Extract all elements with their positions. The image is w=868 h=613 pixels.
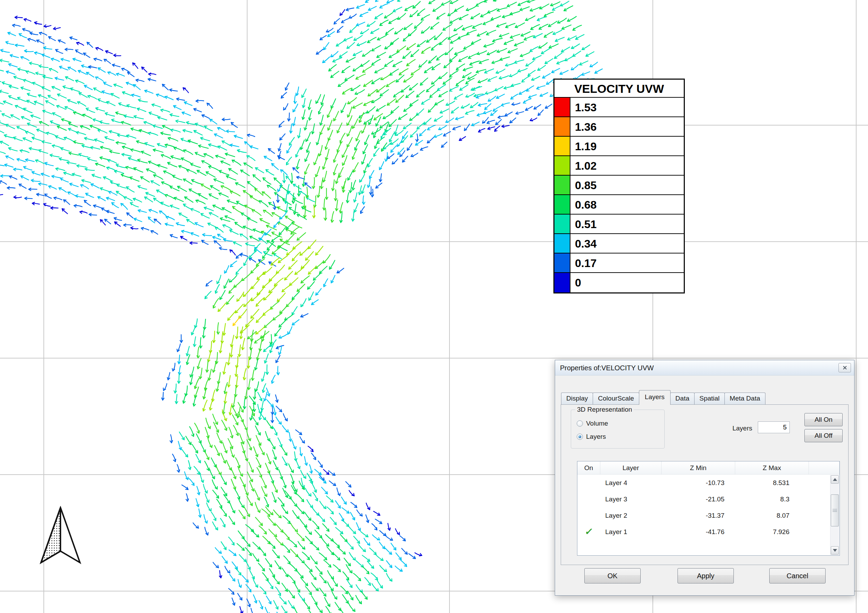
close-icon	[843, 366, 847, 369]
legend-row: 0.51	[555, 214, 684, 234]
layers-count-input[interactable]	[758, 421, 790, 433]
layer-cell: Layer 3	[600, 491, 662, 507]
legend-swatch	[555, 137, 570, 155]
zmin-cell: -10.73	[662, 475, 735, 491]
check-icon: ✓	[584, 524, 594, 540]
tab-meta-data[interactable]: Meta Data	[724, 393, 766, 404]
legend-value: 1.53	[570, 98, 684, 116]
on-cell[interactable]: ✓	[577, 524, 600, 540]
table-row[interactable]: Layer 2 -31.37 8.07	[577, 507, 840, 524]
properties-dialog: Properties of:VELOCITY UVW Display Colou…	[555, 360, 854, 596]
thumb-grip-icon	[832, 509, 837, 512]
header-filler	[809, 461, 840, 474]
north-arrow-icon	[39, 506, 82, 566]
legend-row: 1.53	[555, 98, 684, 117]
legend-value: 1.36	[570, 117, 684, 136]
legend-value: 0.34	[570, 234, 684, 253]
zmax-cell: 8.531	[735, 475, 809, 491]
on-cell[interactable]	[577, 475, 600, 491]
all-off-button[interactable]: All Off	[804, 429, 843, 442]
layers-table: On Layer Z Min Z Max Layer 4 -10.73 8.53…	[577, 461, 840, 556]
legend-value: 0	[570, 273, 684, 292]
layers-radio[interactable]: Layers	[577, 433, 606, 441]
layers-radio-label: Layers	[586, 433, 606, 441]
legend-row: 0.34	[555, 234, 684, 253]
cancel-button[interactable]: Cancel	[769, 568, 826, 584]
volume-radio[interactable]: Volume	[577, 420, 608, 427]
header-zmin[interactable]: Z Min	[662, 461, 735, 474]
zmin-cell: -41.76	[662, 524, 735, 540]
radio-unselected-icon	[577, 421, 583, 427]
legend-title: VELOCITY UVW	[555, 80, 684, 98]
legend-swatch	[555, 117, 570, 136]
legend-swatch	[555, 273, 570, 292]
legend-value: 0.51	[570, 214, 684, 233]
legend-row: 1.02	[555, 156, 684, 175]
layer-cell: Layer 1	[600, 524, 662, 540]
zmax-cell: 8.3	[735, 491, 809, 507]
legend-swatch	[555, 156, 570, 175]
header-on[interactable]: On	[577, 461, 600, 474]
tab-display[interactable]: Display	[561, 393, 593, 404]
legend-value: 0.68	[570, 195, 684, 214]
legend-row: 1.19	[555, 137, 684, 156]
legend-row: 0.17	[555, 253, 684, 273]
legend-row: 1.36	[555, 117, 684, 137]
legend-value: 1.19	[570, 137, 684, 155]
dialog-titlebar[interactable]: Properties of:VELOCITY UVW	[555, 360, 854, 376]
tab-data[interactable]: Data	[670, 393, 694, 404]
triangle-down-icon	[833, 549, 837, 552]
3d-representation-group: 3D Representation Volume Layers	[571, 410, 665, 448]
tab-spatial[interactable]: Spatial	[694, 393, 725, 404]
legend-row: 0.85	[555, 175, 684, 195]
volume-radio-label: Volume	[586, 420, 608, 427]
legend-swatch	[555, 234, 570, 253]
on-cell[interactable]	[577, 491, 600, 507]
legend-value: 1.02	[570, 156, 684, 175]
legend-swatch	[555, 214, 570, 233]
table-header: On Layer Z Min Z Max	[577, 461, 840, 475]
scrollbar-thumb[interactable]	[831, 494, 839, 526]
tab-colourscale[interactable]: ColourScale	[593, 393, 639, 404]
header-zmax[interactable]: Z Max	[735, 461, 809, 474]
legend-swatch	[555, 175, 570, 194]
all-on-button[interactable]: All On	[804, 413, 843, 426]
tab-layers[interactable]: Layers	[639, 390, 671, 405]
scroll-up-button[interactable]	[831, 475, 839, 484]
legend-value: 0.85	[570, 175, 684, 194]
table-row[interactable]: Layer 3 -21.05 8.3	[577, 491, 840, 507]
layer-cell: Layer 4	[600, 475, 662, 491]
legend-row: 0.68	[555, 195, 684, 214]
legend-value: 0.17	[570, 253, 684, 272]
radio-selected-icon	[577, 434, 583, 440]
ok-button[interactable]: OK	[584, 568, 641, 584]
layer-cell: Layer 2	[600, 507, 662, 524]
zmin-cell: -21.05	[662, 491, 735, 507]
legend-swatch	[555, 98, 570, 116]
legend-swatch	[555, 195, 570, 214]
scroll-down-button[interactable]	[831, 546, 839, 555]
zmax-cell: 7.926	[735, 524, 809, 540]
layers-count-label: Layers	[716, 425, 752, 432]
legend-swatch	[555, 253, 570, 272]
layers-tab-panel: 3D Representation Volume Layers Layers A…	[561, 404, 849, 565]
zmin-cell: -31.37	[662, 507, 735, 524]
map-viewport[interactable]: VELOCITY UVW 1.53 1.36 1.19 1.02 0.85 0.…	[0, 0, 868, 613]
legend-panel[interactable]: VELOCITY UVW 1.53 1.36 1.19 1.02 0.85 0.…	[553, 79, 685, 293]
header-layer[interactable]: Layer	[600, 461, 662, 474]
dialog-title: Properties of:VELOCITY UVW	[555, 360, 654, 376]
zmax-cell: 8.07	[735, 507, 809, 524]
close-button[interactable]	[839, 363, 851, 372]
on-cell[interactable]	[577, 507, 600, 524]
triangle-up-icon	[833, 478, 837, 481]
tab-strip: Display ColourScale Layers Data Spatial …	[561, 390, 765, 404]
apply-button[interactable]: Apply	[677, 568, 734, 584]
legend-row: 0	[555, 273, 684, 292]
group-label: 3D Representation	[575, 406, 634, 413]
table-scrollbar[interactable]	[830, 475, 839, 555]
table-row[interactable]: ✓ Layer 1 -41.76 7.926	[577, 524, 840, 540]
table-row[interactable]: Layer 4 -10.73 8.531	[577, 475, 840, 491]
